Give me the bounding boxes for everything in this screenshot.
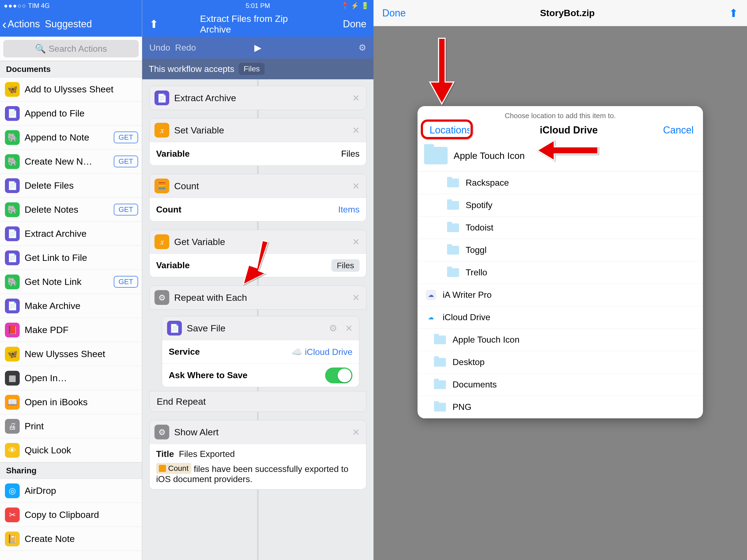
status-bar-center: 5:01 PM 📍 ⚡ 🔋 — [142, 0, 374, 11]
sidebar-nav[interactable]: ‹ Actions Suggested — [0, 11, 142, 36]
picker-navbar: Done StoryBot.zip ⬆︎ — [374, 0, 747, 26]
action-item[interactable]: 📄Make Archive — [0, 294, 142, 318]
workflow-app: ●●●○○ TIM 4G ‹ Actions Suggested 🔍 Searc… — [0, 0, 374, 560]
workflow-body[interactable]: 📄 Extract Archive × 𝑥 Set Variable × Var… — [142, 79, 374, 560]
folder-row[interactable]: Toggl — [417, 239, 703, 261]
workflow-canvas: 5:01 PM 📍 ⚡ 🔋 ⬆︎ Extract Files from Zip … — [142, 0, 374, 560]
get-button[interactable]: GET — [114, 204, 138, 215]
alert-title-key: Title — [156, 449, 174, 459]
actions-list[interactable]: Documents🦋Add to Ulysses Sheet📄Append to… — [0, 61, 142, 560]
action-item[interactable]: 👁Quick Look — [0, 438, 142, 462]
current-folder-row[interactable]: Apple Touch Icon — [417, 143, 703, 172]
action-label: Get Note Link — [25, 276, 109, 287]
nav-back-actions[interactable]: Actions — [8, 18, 40, 30]
undo-button[interactable]: Undo — [149, 43, 170, 52]
action-label: Quick Look — [25, 445, 138, 456]
action-item[interactable]: ◎AirDrop — [0, 479, 142, 503]
action-item[interactable]: 📖Open in iBooks — [0, 390, 142, 414]
play-icon[interactable]: ▶ — [254, 42, 261, 53]
modal-folder-list[interactable]: RackspaceSpotifyTodoistTogglTrello☁iA Wr… — [417, 172, 703, 418]
nav-back-suggested[interactable]: Suggested — [45, 18, 92, 30]
annotation-arrow-left — [535, 138, 601, 163]
action-icon: 👁 — [5, 443, 20, 458]
step-end-repeat[interactable]: End Repeat — [149, 391, 366, 412]
step-set-variable[interactable]: 𝑥 Set Variable × Variable Files — [149, 118, 366, 166]
settings-gear-icon[interactable]: ⚙ — [358, 42, 366, 53]
action-label: Print — [25, 421, 138, 432]
gear-icon: ⚙ — [154, 425, 169, 439]
action-label: Create New N… — [25, 156, 109, 167]
service-value[interactable]: ☁️ iCloud Drive — [291, 347, 353, 357]
step-extract-archive[interactable]: 📄 Extract Archive × — [149, 86, 366, 110]
folder-row[interactable]: Desktop — [417, 351, 703, 374]
action-item[interactable]: 🐘Delete NotesGET — [0, 198, 142, 222]
folder-label: Todoist — [466, 223, 493, 233]
param-value[interactable]: Files — [341, 149, 360, 159]
variable-token[interactable]: Count — [156, 463, 191, 474]
action-item[interactable]: 📄Extract Archive — [0, 222, 142, 246]
search-input[interactable]: 🔍 Search Actions — [3, 40, 138, 57]
param-value[interactable]: Items — [338, 205, 360, 215]
action-item[interactable]: 🐘Create New N…GET — [0, 150, 142, 174]
signal-dots-icon: ●●●○○ — [4, 2, 26, 9]
folder-icon — [447, 179, 459, 187]
done-button[interactable]: Done — [343, 18, 366, 30]
get-button[interactable]: GET — [114, 131, 138, 143]
accepts-type-pill[interactable]: Files — [239, 63, 265, 75]
close-icon[interactable]: × — [344, 321, 354, 335]
close-icon[interactable]: × — [351, 91, 361, 105]
folder-icon — [447, 268, 459, 277]
step-title: Show Alert — [174, 427, 346, 437]
action-item[interactable]: 🐘Append to NoteGET — [0, 126, 142, 150]
step-repeat-each[interactable]: ⚙ Repeat with Each × — [149, 285, 366, 309]
folder-row[interactable]: Documents — [417, 374, 703, 396]
folder-label: Rackspace — [466, 178, 509, 188]
done-button[interactable]: Done — [382, 7, 406, 19]
count-token-icon — [159, 465, 166, 472]
back-chevron-icon[interactable]: ‹ — [2, 17, 6, 32]
toggle-ask-where[interactable] — [325, 367, 353, 383]
step-show-alert[interactable]: ⚙ Show Alert × Title Files Exported Coun… — [149, 420, 366, 489]
alert-body[interactable]: Title Files Exported Count files have be… — [150, 444, 366, 489]
close-icon[interactable]: × — [351, 291, 361, 304]
action-item[interactable]: 🐘Get Note LinkGET — [0, 270, 142, 294]
folder-row[interactable]: PNG — [417, 396, 703, 418]
param-value-pill[interactable]: Files — [331, 259, 360, 272]
action-item[interactable]: 🖨Print — [0, 414, 142, 438]
action-item[interactable]: 📄Append to File — [0, 101, 142, 126]
network-label: 4G — [41, 2, 50, 9]
accepts-text: This workflow accepts — [149, 64, 234, 74]
share-icon[interactable]: ⬆︎ — [149, 18, 159, 30]
action-item[interactable]: ✂Copy to Clipboard — [0, 503, 142, 527]
app-location-row[interactable]: ☁iCloud Drive — [417, 306, 703, 329]
folder-row[interactable]: Apple Touch Icon — [417, 329, 703, 351]
app-location-row[interactable]: ☁iA Writer Pro — [417, 284, 703, 306]
get-button[interactable]: GET — [114, 276, 138, 288]
close-icon[interactable]: × — [351, 179, 361, 193]
close-icon[interactable]: × — [351, 123, 361, 137]
filename-label: StoryBot.zip — [540, 8, 595, 18]
redo-button[interactable]: Redo — [175, 43, 196, 52]
action-item[interactable]: ▦Open In… — [0, 366, 142, 390]
action-item[interactable]: 🦋Add to Ulysses Sheet — [0, 77, 142, 101]
step-settings-icon[interactable]: ⚙ — [329, 323, 337, 334]
action-item[interactable]: 📄Get Link to File — [0, 246, 142, 270]
alert-title-value[interactable]: Files Exported — [179, 449, 235, 459]
action-item[interactable]: 📔Create Note — [0, 527, 142, 551]
close-icon[interactable]: × — [351, 425, 361, 439]
step-count[interactable]: 🧮 Count × Count Items — [149, 174, 366, 222]
step-save-file[interactable]: 📄 Save File ⚙ × Service ☁️ iCloud Drive … — [162, 316, 359, 387]
folder-row[interactable]: Todoist — [417, 217, 703, 239]
get-button[interactable]: GET — [114, 156, 138, 167]
share-icon[interactable]: ⬆︎ — [729, 7, 738, 19]
action-item[interactable]: 🦋New Ulysses Sheet — [0, 342, 142, 366]
action-item[interactable]: 📄Delete Files — [0, 174, 142, 198]
action-item[interactable]: 📕Make PDF — [0, 318, 142, 342]
folder-row[interactable]: Rackspace — [417, 172, 703, 194]
folder-row[interactable]: Spotify — [417, 194, 703, 217]
workflow-accepts-bar[interactable]: This workflow accepts Files — [142, 58, 374, 79]
folder-icon — [434, 335, 446, 344]
cancel-button[interactable]: Cancel — [663, 124, 694, 136]
close-icon[interactable]: × — [351, 235, 361, 249]
folder-row[interactable]: Trello — [417, 261, 703, 284]
